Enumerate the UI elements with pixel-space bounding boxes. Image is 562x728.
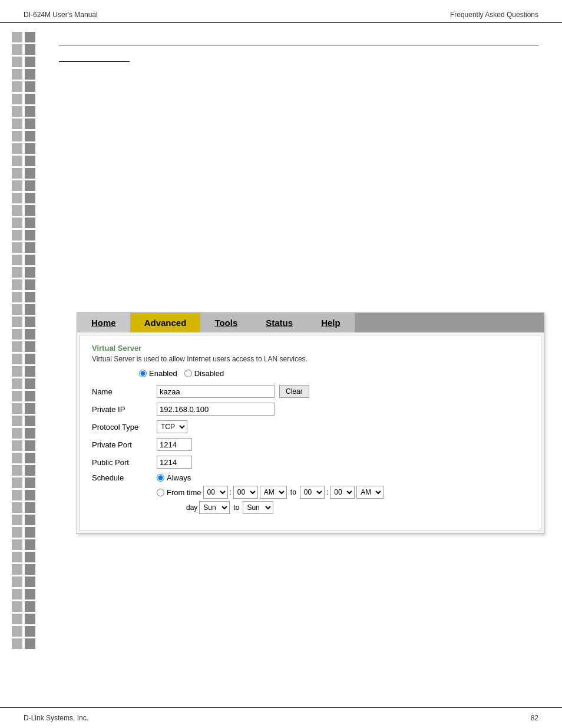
colon-2: : [326,488,328,496]
from-option[interactable]: From time [157,488,201,497]
to-hour-select[interactable]: 0001 [300,486,325,499]
page-footer: D-Link Systems, Inc. 82 [0,707,562,728]
private-ip-row: Private IP [92,403,529,416]
company-name: D-Link Systems, Inc. [24,714,88,722]
private-port-row: Private Port [92,438,529,451]
protocol-type-label: Protocol Type [92,423,157,431]
disabled-radio[interactable] [184,370,192,377]
public-port-input[interactable] [157,456,192,469]
schedule-row: Schedule Always From time [92,473,529,514]
private-ip-input[interactable] [157,403,275,416]
page-header: DI-624M User's Manual Frequently Asked Q… [0,0,562,23]
schedule-label: Schedule [92,473,157,482]
private-port-input[interactable] [157,438,192,451]
colon-1: : [230,488,232,496]
from-ampm-select[interactable]: AMPM [260,486,287,499]
to-ampm-select[interactable]: AMPM [356,486,384,499]
protocol-type-row: Protocol Type TCP UDP Both [92,420,529,433]
day-label: day [186,503,197,512]
nav-advanced[interactable]: Advanced [130,313,201,332]
from-hour-select[interactable]: 000102 [203,486,228,499]
schedule-always-row: Always [157,473,384,482]
public-port-row: Public Port [92,456,529,469]
page-number: 82 [531,714,538,722]
name-input[interactable] [157,385,275,398]
to-day-select[interactable]: SunMonTue WedThuFriSat [243,501,273,514]
status-radio-row: Enabled Disabled [139,369,529,378]
from-day-select[interactable]: SunMonTue WedThuFriSat [199,501,230,514]
name-row: Name Clear [92,385,529,398]
private-port-label: Private Port [92,440,157,449]
text-line-1 [59,32,538,45]
nav-help[interactable]: Help [307,313,355,332]
top-text-area [59,32,538,62]
nav-tools[interactable]: Tools [200,313,252,332]
schedule-from-row: From time 000102 : 00153045 AMPM to [157,486,384,499]
nav-status[interactable]: Status [252,313,307,332]
public-port-label: Public Port [92,458,157,467]
virtual-server-title: Virtual Server [92,344,529,353]
clear-button[interactable]: Clear [279,385,309,398]
nav-home[interactable]: Home [77,313,130,332]
section-title-header: Frequently Asked Questions [450,11,538,19]
always-radio[interactable] [157,474,164,482]
enabled-label[interactable]: Enabled [139,369,177,378]
virtual-server-desc: Virtual Server is used to allow Internet… [92,355,529,363]
to-min-select[interactable]: 0015 [330,486,355,499]
content-area: Virtual Server Virtual Server is used to… [80,335,541,531]
enabled-radio[interactable] [139,370,147,377]
from-min-select[interactable]: 00153045 [233,486,258,499]
sidebar-pattern [12,29,47,693]
manual-title: DI-624M User's Manual [24,11,98,19]
private-ip-label: Private IP [92,405,157,414]
protocol-type-select[interactable]: TCP UDP Both [157,420,187,433]
to-label: to [290,488,296,496]
router-panel: Home Advanced Tools Status Help Virtual … [77,312,544,534]
always-option[interactable]: Always [157,473,191,482]
name-label: Name [92,387,157,396]
schedule-day-row: day SunMonTue WedThuFriSat to SunMonTue … [186,501,384,514]
from-radio[interactable] [157,489,164,496]
from-label: From time [167,488,201,497]
day-to-label: to [233,503,239,512]
text-line-2 [59,49,130,62]
nav-bar: Home Advanced Tools Status Help [77,313,544,332]
disabled-label[interactable]: Disabled [184,369,224,378]
